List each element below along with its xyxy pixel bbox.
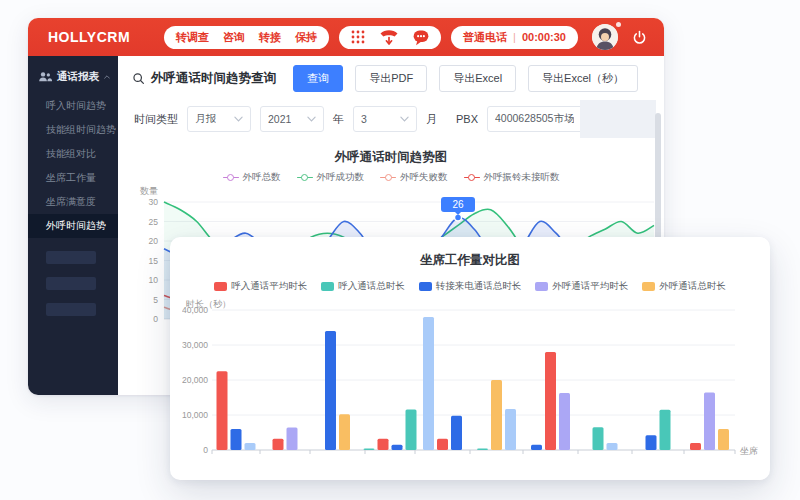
svg-text:5: 5 xyxy=(153,295,158,305)
top-bar: HOLLYCRM 转调查咨询转接保持 普通电话 xyxy=(28,18,664,56)
sidebar-item-1[interactable]: 技能组时间趋势 xyxy=(28,118,118,142)
svg-text:数量: 数量 xyxy=(140,186,158,196)
action-buttons: 查询 导出PDF 导出Excel 导出Excel（秒） xyxy=(293,65,638,92)
bar-chart-title: 坐席工作量对比图 xyxy=(170,252,770,269)
bar-chart: 时长（秒）40,00030,00020,00010,0000坐席 xyxy=(182,299,758,469)
sidebar-item-5[interactable]: 外呼时间趋势 xyxy=(28,214,118,238)
sidebar-item-0[interactable]: 呼入时间趋势 xyxy=(28,94,118,118)
call-control-1[interactable]: 咨询 xyxy=(223,30,245,45)
phone-down-icon[interactable] xyxy=(379,28,399,46)
chat-icon[interactable] xyxy=(412,28,430,46)
chevron-down-icon xyxy=(394,116,409,122)
avatar-image xyxy=(592,24,618,50)
svg-text:坐席: 坐席 xyxy=(740,446,758,456)
call-status-badge: 普通电话 | 00:00:30 xyxy=(451,26,578,49)
toolbar-icons-pill xyxy=(339,26,441,49)
line-legend-item-1[interactable]: 外呼成功数 xyxy=(297,171,365,184)
agent-workload-card: 坐席工作量对比图 呼入通话平均时长呼入通话总时长转接来电通话总时长外呼通话平均时… xyxy=(170,237,770,480)
svg-text:0: 0 xyxy=(203,445,208,455)
line-legend-item-3[interactable]: 外呼振铃未接听数 xyxy=(464,171,560,184)
bar-legend-item-2[interactable]: 转接来电通话总时长 xyxy=(419,280,522,293)
export-excel-sec-button[interactable]: 导出Excel（秒） xyxy=(528,65,638,92)
year-value: 2021 xyxy=(268,113,291,125)
svg-text:40,000: 40,000 xyxy=(182,305,208,315)
export-pdf-button[interactable]: 导出PDF xyxy=(355,65,427,92)
sidebar: 通话报表 呼入时间趋势技能组时间趋势技能组对比坐席工作量坐席满意度外呼时间趋势 xyxy=(28,56,118,395)
page-title-wrap: 外呼通话时间趋势查询 xyxy=(132,70,276,87)
sidebar-placeholder xyxy=(46,277,96,290)
query-form: 时间类型 月报 2021 年 3 月 PBX 4000628505市场 xyxy=(118,100,664,138)
svg-text:25: 25 xyxy=(149,217,159,227)
line-chart-legend: 外呼总数外呼成功数外呼失败数外呼振铃未接听数 xyxy=(118,170,664,184)
chevron-down-icon xyxy=(228,116,243,122)
svg-text:20: 20 xyxy=(149,236,159,246)
call-control-0[interactable]: 转调查 xyxy=(176,30,209,45)
svg-text:10,000: 10,000 xyxy=(182,410,208,420)
call-type: 普通电话 xyxy=(463,30,507,45)
pbx-value: 4000628505市场 xyxy=(495,112,574,126)
month-select[interactable]: 3 xyxy=(353,106,417,132)
year-suffix-label: 年 xyxy=(333,112,344,127)
bar-legend-item-3[interactable]: 外呼通话平均时长 xyxy=(535,280,628,293)
sidebar-placeholder xyxy=(46,251,96,264)
svg-text:0: 0 xyxy=(153,314,158,324)
line-legend-item-2[interactable]: 外呼失败数 xyxy=(380,171,448,184)
power-icon[interactable] xyxy=(631,29,648,46)
chevron-down-icon xyxy=(301,116,316,122)
month-suffix-label: 月 xyxy=(426,112,437,127)
line-chart-title: 外呼通话时间趋势图 xyxy=(118,146,664,168)
sidebar-placeholder xyxy=(46,303,96,316)
svg-text:15: 15 xyxy=(149,256,159,266)
svg-text:30: 30 xyxy=(149,197,159,207)
time-type-value: 月报 xyxy=(195,112,216,126)
bar-chart-legend: 呼入通话平均时长呼入通话总时长转接来电通话总时长外呼通话平均时长外呼通话总时长 xyxy=(170,280,770,293)
page-title: 外呼通话时间趋势查询 xyxy=(151,70,276,87)
grid-icon[interactable] xyxy=(350,29,366,45)
search-icon xyxy=(132,72,145,85)
export-excel-button[interactable]: 导出Excel xyxy=(439,65,516,92)
chart-tooltip: 26 xyxy=(441,197,475,212)
month-value: 3 xyxy=(361,113,367,125)
call-timer: 00:00:30 xyxy=(522,31,566,43)
bar-legend-item-4[interactable]: 外呼通话总时长 xyxy=(642,280,726,293)
query-button[interactable]: 查询 xyxy=(293,65,343,92)
sidebar-section-label: 通话报表 xyxy=(57,70,99,84)
svg-text:20,000: 20,000 xyxy=(182,375,208,385)
chevron-up-icon xyxy=(104,74,110,80)
avatar[interactable] xyxy=(592,24,618,50)
call-control-pill: 转调查咨询转接保持 xyxy=(164,26,329,49)
line-legend-item-0[interactable]: 外呼总数 xyxy=(223,171,281,184)
bar-legend-item-0[interactable]: 呼入通话平均时长 xyxy=(214,280,307,293)
year-select[interactable]: 2021 xyxy=(260,106,324,132)
sidebar-item-2[interactable]: 技能组对比 xyxy=(28,142,118,166)
svg-text:10: 10 xyxy=(149,275,159,285)
notification-dot xyxy=(616,22,621,27)
time-type-select[interactable]: 月报 xyxy=(187,106,251,132)
call-control-3[interactable]: 保持 xyxy=(295,30,317,45)
placeholder-block xyxy=(580,100,656,138)
bar-legend-item-1[interactable]: 呼入通话总时长 xyxy=(321,280,405,293)
svg-text:30,000: 30,000 xyxy=(182,340,208,350)
sidebar-item-3[interactable]: 坐席工作量 xyxy=(28,166,118,190)
users-icon xyxy=(38,71,52,83)
call-control-2[interactable]: 转接 xyxy=(259,30,281,45)
time-type-label: 时间类型 xyxy=(134,112,178,127)
badge-divider: | xyxy=(513,31,516,43)
query-header: 外呼通话时间趋势查询 查询 导出PDF 导出Excel 导出Excel（秒） xyxy=(118,62,664,94)
sidebar-section-call-reports[interactable]: 通话报表 xyxy=(28,56,118,94)
sidebar-item-4[interactable]: 坐席满意度 xyxy=(28,190,118,214)
app-logo: HOLLYCRM xyxy=(48,29,130,45)
pbx-label: PBX xyxy=(456,113,478,125)
